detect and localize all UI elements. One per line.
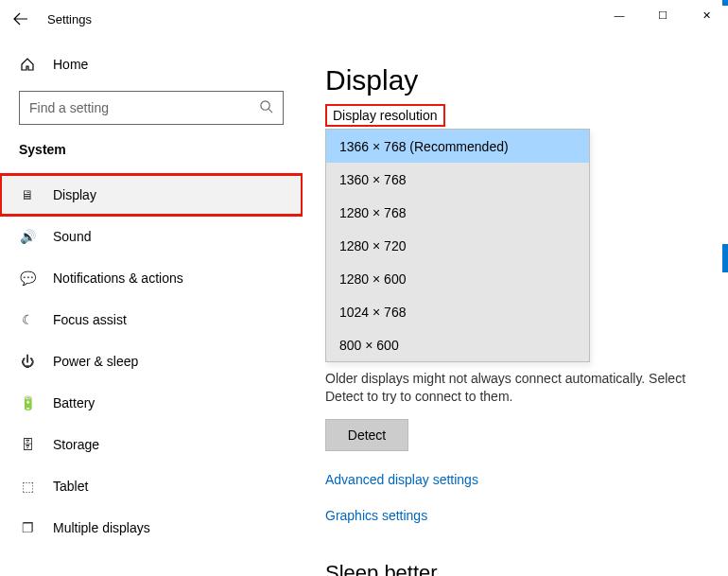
sidebar-item-display[interactable]: 🖥Display	[0, 174, 303, 216]
sidebar-item-sound[interactable]: 🔊Sound	[0, 216, 303, 257]
sidebar-item-label: Multiple displays	[53, 520, 150, 535]
resolution-option[interactable]: 1024 × 768	[326, 295, 589, 328]
resolution-label-highlight: Display resolution	[325, 104, 445, 127]
sidebar-item-power-sleep[interactable]: ⏻Power & sleep	[0, 340, 303, 382]
search-placeholder: Find a setting	[29, 100, 109, 115]
sidebar-item-focus-assist[interactable]: ☾Focus assist	[0, 299, 303, 340]
back-arrow-icon	[13, 11, 28, 26]
detect-button[interactable]: Detect	[325, 419, 408, 451]
advanced-display-link[interactable]: Advanced display settings	[325, 472, 715, 487]
resolution-label: Display resolution	[333, 108, 438, 123]
display-icon: 🖥	[19, 187, 36, 202]
focus-assist-icon: ☾	[19, 312, 36, 327]
page-title: Display	[325, 64, 715, 96]
resolution-option[interactable]: 1280 × 720	[326, 229, 589, 262]
back-button[interactable]	[0, 0, 42, 38]
resolution-option[interactable]: 1360 × 768	[326, 163, 589, 196]
tablet-icon: ⬚	[19, 479, 36, 494]
notifications-actions-icon: 💬	[19, 271, 36, 286]
sound-icon: 🔊	[19, 229, 36, 244]
minimize-button[interactable]: —	[598, 0, 641, 30]
graphics-settings-link[interactable]: Graphics settings	[325, 508, 715, 523]
power-sleep-icon: ⏻	[19, 354, 36, 369]
section-label: System	[0, 142, 303, 157]
window-title: Settings	[47, 12, 92, 26]
window-controls: — ☐ ✕	[598, 0, 728, 30]
sleep-better-heading: Sleep better	[325, 561, 715, 576]
resolution-option[interactable]: 800 × 600	[326, 328, 589, 361]
battery-icon: 🔋	[19, 395, 36, 410]
close-button[interactable]: ✕	[685, 0, 728, 30]
sidebar-item-battery[interactable]: 🔋Battery	[0, 382, 303, 424]
sidebar-item-label: Battery	[53, 395, 95, 410]
maximize-button[interactable]: ☐	[641, 0, 685, 30]
sidebar-item-tablet[interactable]: ⬚Tablet	[0, 465, 303, 507]
home-nav[interactable]: Home	[0, 44, 303, 85]
sidebar-item-label: Focus assist	[53, 312, 127, 327]
search-icon	[259, 99, 273, 116]
sidebar: Home Find a setting System 🖥Display🔊Soun…	[0, 38, 303, 576]
sidebar-item-label: Tablet	[53, 479, 88, 494]
sidebar-item-label: Power & sleep	[53, 354, 138, 369]
resolution-option[interactable]: 1280 × 600	[326, 262, 589, 295]
home-label: Home	[53, 57, 88, 72]
storage-icon: 🗄	[19, 437, 36, 452]
content-pane: Display Display resolution 1366 × 768 (R…	[303, 38, 728, 576]
sidebar-item-multiple-displays[interactable]: ❐Multiple displays	[0, 507, 303, 549]
multiple-displays-icon: ❐	[19, 520, 36, 535]
resolution-dropdown[interactable]: 1366 × 768 (Recommended)1360 × 7681280 ×…	[325, 129, 590, 362]
sidebar-item-storage[interactable]: 🗄Storage	[0, 424, 303, 465]
sidebar-item-notifications-actions[interactable]: 💬Notifications & actions	[0, 257, 303, 299]
older-displays-text: Older displays might not always connect …	[325, 370, 715, 406]
resolution-option[interactable]: 1366 × 768 (Recommended)	[326, 130, 589, 163]
sidebar-item-label: Notifications & actions	[53, 271, 183, 286]
search-input[interactable]: Find a setting	[19, 91, 284, 125]
sidebar-item-label: Storage	[53, 437, 99, 452]
svg-point-0	[261, 101, 269, 110]
resolution-option[interactable]: 1280 × 768	[326, 196, 589, 229]
title-bar: Settings — ☐ ✕	[0, 0, 728, 38]
sidebar-item-label: Display	[53, 187, 96, 202]
home-icon	[19, 57, 36, 72]
sidebar-item-label: Sound	[53, 229, 91, 244]
